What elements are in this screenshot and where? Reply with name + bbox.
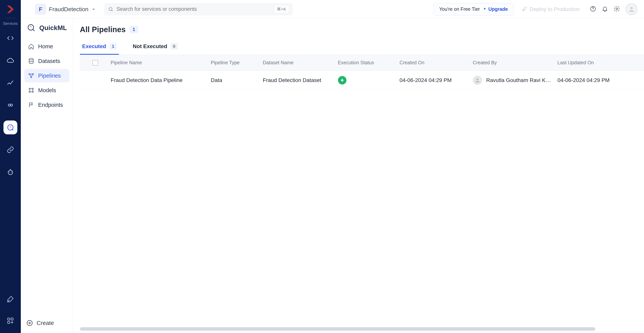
svg-point-16 bbox=[29, 88, 30, 89]
svg-point-1 bbox=[8, 170, 12, 175]
col-execution-status[interactable]: Execution Status bbox=[338, 60, 400, 65]
cell-pipeline-name: Fraud Detection Data Pipeline bbox=[111, 77, 211, 83]
status-success-icon bbox=[338, 76, 346, 84]
tab-executed-count: 1 bbox=[110, 43, 116, 50]
cell-pipeline-type: Data bbox=[211, 77, 263, 83]
select-all-checkbox[interactable] bbox=[93, 60, 98, 65]
nav-models[interactable]: Models bbox=[24, 83, 69, 97]
col-created-by[interactable]: Created By bbox=[473, 60, 558, 65]
sidebar-create-label: Create bbox=[36, 320, 54, 326]
brand-icon bbox=[26, 23, 36, 32]
page-count-badge: 1 bbox=[130, 25, 138, 33]
table-header: Pipeline Name Pipeline Type Dataset Name… bbox=[80, 55, 644, 71]
horizontal-scrollbar[interactable] bbox=[80, 327, 644, 331]
nav-pipelines[interactable]: Pipelines bbox=[24, 69, 69, 82]
app-logo-icon bbox=[5, 4, 16, 15]
svg-point-2 bbox=[9, 172, 10, 172]
sidebar: QuickML Home Datasets Pipelines Models E… bbox=[21, 0, 73, 333]
svg-point-11 bbox=[28, 25, 34, 30]
tab-not-executed-label: Not Executed bbox=[133, 43, 167, 49]
page-title: All Pipelines bbox=[80, 25, 126, 34]
rail-services-label: Services bbox=[3, 21, 18, 26]
rail-divider bbox=[5, 18, 16, 18]
svg-point-3 bbox=[11, 172, 12, 172]
home-icon bbox=[28, 43, 34, 49]
rail-item-apps-icon[interactable] bbox=[4, 314, 17, 328]
col-last-updated[interactable]: Last Updated On bbox=[558, 60, 642, 65]
rail-item-cloud-icon[interactable] bbox=[4, 53, 17, 67]
rail-item-code-icon[interactable] bbox=[4, 31, 17, 45]
svg-rect-4 bbox=[8, 318, 10, 320]
tabs: Executed 1 Not Executed 0 bbox=[80, 42, 644, 55]
cell-last-updated: 04-06-2024 04:29 PM bbox=[558, 77, 642, 83]
rail-item-bot-icon[interactable] bbox=[4, 165, 17, 179]
rail-item-analytics-icon[interactable] bbox=[4, 76, 17, 90]
creator-name: Ravutla Goutham Ravi Ku... bbox=[486, 77, 552, 83]
pipeline-icon bbox=[28, 72, 34, 79]
main-content: All Pipelines 1 Create Pipeline Executed… bbox=[73, 0, 644, 333]
svg-rect-5 bbox=[11, 318, 13, 320]
nav-home[interactable]: Home bbox=[24, 40, 69, 53]
cell-created-by: Ravutla Goutham Ravi Ku... bbox=[473, 76, 558, 85]
flag-icon bbox=[28, 102, 34, 108]
svg-point-14 bbox=[32, 73, 34, 75]
models-icon bbox=[28, 87, 34, 93]
nav-endpoints[interactable]: Endpoints bbox=[24, 98, 69, 112]
nav-pipelines-label: Pipelines bbox=[38, 72, 61, 79]
nav-endpoints-label: Endpoints bbox=[38, 102, 63, 108]
svg-point-12 bbox=[29, 58, 33, 60]
col-dataset-name[interactable]: Dataset Name bbox=[263, 60, 338, 65]
database-icon bbox=[28, 58, 34, 64]
svg-point-19 bbox=[32, 91, 34, 93]
rail-item-infinity-icon[interactable] bbox=[4, 98, 17, 112]
rail-item-tools-icon[interactable] bbox=[4, 292, 17, 306]
brand-name: QuickML bbox=[39, 24, 67, 31]
nav-datasets[interactable]: Datasets bbox=[24, 54, 69, 68]
pipelines-table: Pipeline Name Pipeline Type Dataset Name… bbox=[80, 55, 644, 333]
nav-datasets-label: Datasets bbox=[38, 58, 60, 64]
brand: QuickML bbox=[21, 23, 73, 32]
svg-point-18 bbox=[29, 91, 30, 93]
rail-item-quickml-icon[interactable] bbox=[4, 120, 17, 134]
tab-executed[interactable]: Executed 1 bbox=[80, 42, 119, 55]
tab-executed-label: Executed bbox=[82, 43, 106, 49]
rail-item-link-icon[interactable] bbox=[4, 143, 17, 157]
plus-circle-icon bbox=[26, 320, 33, 327]
scrollbar-thumb[interactable] bbox=[80, 327, 595, 331]
col-pipeline-name[interactable]: Pipeline Name bbox=[111, 60, 211, 65]
nav-models-label: Models bbox=[38, 87, 56, 93]
tab-not-executed-count: 0 bbox=[171, 43, 178, 50]
table-row[interactable]: Fraud Detection Data Pipeline Data Fraud… bbox=[80, 71, 644, 90]
nav-home-label: Home bbox=[38, 43, 53, 50]
creator-avatar-icon bbox=[473, 76, 482, 85]
sidebar-create[interactable]: Create bbox=[21, 315, 73, 333]
col-pipeline-type[interactable]: Pipeline Type bbox=[211, 60, 263, 65]
service-rail: Services bbox=[0, 0, 21, 333]
cell-dataset-name: Fraud Detection Dataset bbox=[263, 77, 338, 83]
svg-point-17 bbox=[32, 88, 34, 89]
tab-not-executed[interactable]: Not Executed 0 bbox=[130, 42, 180, 55]
svg-point-21 bbox=[476, 78, 478, 80]
cell-created-on: 04-06-2024 04:29 PM bbox=[400, 77, 473, 83]
svg-rect-6 bbox=[8, 321, 10, 323]
page-header: All Pipelines 1 Create Pipeline bbox=[80, 23, 644, 36]
project-avatar: F bbox=[35, 4, 46, 15]
svg-point-13 bbox=[29, 73, 30, 75]
col-created-on[interactable]: Created On bbox=[400, 60, 473, 65]
